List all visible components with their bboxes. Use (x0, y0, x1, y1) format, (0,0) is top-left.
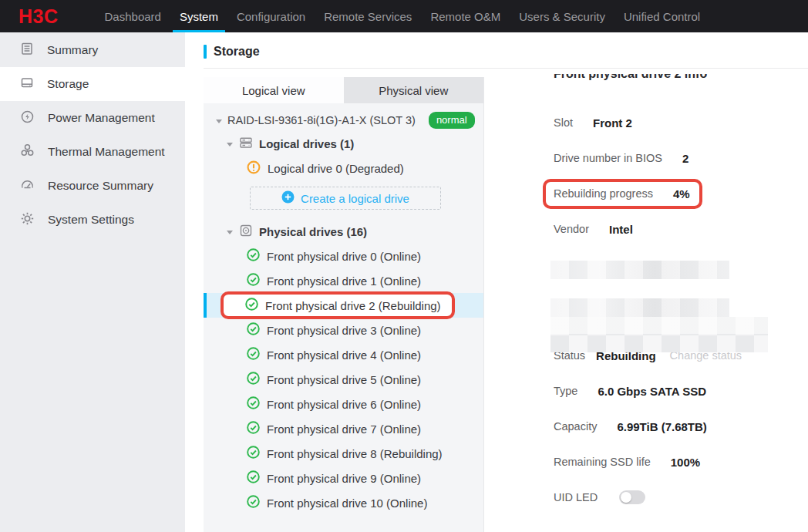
nav-item-system[interactable]: System (180, 0, 218, 32)
nav-item-unified-control[interactable]: Unified Control (624, 0, 700, 32)
raid-tree: RAID-LSI-9361-8i(1G)-A1-X (SLOT 3) norma… (204, 103, 483, 515)
tree-item-label: Front physical drive 5 (Online) (267, 373, 421, 386)
title-accent-bar (204, 45, 207, 59)
tree-item-physical-drive-1[interactable]: Front physical drive 1 (Online) (204, 268, 483, 293)
annotation-box-drive-2: Front physical drive 2 (Rebuilding) (221, 291, 455, 319)
warning-icon (247, 160, 261, 177)
tree-item-physical-drive-7[interactable]: Front physical drive 7 (Online) (204, 416, 483, 441)
detail-row-rebuilding-progress: Rebuilding progress 4% (554, 185, 808, 202)
detail-row-uid-led: UID LED (554, 489, 808, 506)
detail-label: Type (554, 385, 577, 397)
tree-item-label: Front physical drive 3 (Online) (267, 324, 421, 337)
storage-tree-panel: Logical view Physical view RAID-LSI-9361… (204, 77, 484, 532)
gauge-icon (20, 177, 35, 195)
detail-label: Drive number in BIOS (554, 152, 662, 164)
power-icon (20, 109, 35, 127)
tree-node-raid-controller[interactable]: RAID-LSI-9361-8i(1G)-A1-X (SLOT 3) norma… (204, 109, 483, 131)
sidebar-item-power-management[interactable]: Power Management (0, 101, 185, 135)
detail-value: 4% (673, 187, 690, 200)
detail-row-type: Type 6.0 Gbps SATA SSD (554, 382, 808, 399)
detail-label: Remaining SSD life (554, 456, 651, 468)
tree-item-physical-drive-3[interactable]: Front physical drive 3 (Online) (204, 318, 483, 342)
redacted-value (550, 298, 729, 317)
caret-down-icon[interactable] (227, 143, 233, 146)
storage-icon (20, 76, 34, 93)
sidebar-item-thermal-management[interactable]: Thermal Management (0, 135, 185, 169)
check-circle-icon (247, 273, 260, 288)
status-badge: normal (429, 112, 475, 129)
tree-group-label: Physical drives (16) (259, 225, 367, 238)
top-nav: H3C Dashboard System Configuration Remot… (0, 0, 808, 32)
physical-drives-icon (239, 224, 253, 240)
detail-value: Front 2 (593, 116, 632, 130)
redacted-value (550, 261, 729, 279)
check-circle-icon (247, 347, 260, 362)
sidebar-item-label: Storage (47, 77, 89, 91)
nav-item-dashboard[interactable]: Dashboard (105, 0, 161, 32)
tree-group-label: Logical drives (1) (259, 137, 354, 150)
sidebar-item-label: Power Management (48, 111, 155, 125)
nav-item-remote-om[interactable]: Remote O&M (430, 0, 500, 32)
sidebar-item-storage[interactable]: Storage (0, 67, 185, 101)
tree-item-physical-drive-0[interactable]: Front physical drive 0 (Online) (204, 244, 483, 268)
tree-item-physical-drive-10[interactable]: Front physical drive 10 (Online) (204, 490, 483, 515)
detail-label: Vendor (554, 223, 589, 235)
sidebar: Summary Storage Power Management (0, 32, 185, 532)
detail-row-slot: Slot Front 2 (554, 114, 808, 131)
nav-item-configuration[interactable]: Configuration (237, 0, 305, 32)
tree-item-logical-drive-0[interactable]: Logical drive 0 (Degraded) (204, 156, 483, 180)
nav-item-users-security[interactable]: Users & Security (519, 0, 605, 32)
fan-icon (20, 143, 35, 161)
tree-item-physical-drive-6[interactable]: Front physical drive 6 (Online) (204, 392, 483, 416)
tree-item-label: Front physical drive 4 (Online) (267, 348, 421, 362)
check-circle-icon (245, 298, 258, 313)
redacted-value (550, 317, 768, 352)
h3c-logo: H3C (19, 7, 59, 26)
detail-row-bios-number: Drive number in BIOS 2 (554, 150, 808, 167)
caret-down-icon[interactable] (227, 231, 233, 234)
gear-icon (20, 211, 35, 229)
check-circle-icon (247, 446, 260, 461)
main-content: Storage Logical view Physical view RAID-… (185, 32, 808, 532)
sidebar-item-label: Summary (47, 43, 98, 57)
detail-label: Slot (554, 116, 573, 129)
nav-item-remote-services[interactable]: Remote Services (324, 0, 412, 32)
sidebar-item-system-settings[interactable]: System Settings (0, 203, 185, 237)
details-title: Front physical drive 2 info (554, 74, 808, 82)
tree-item-label: Front physical drive 6 (Online) (267, 398, 421, 411)
sidebar-item-label: Thermal Management (48, 145, 165, 159)
tree-item-physical-drive-8[interactable]: Front physical drive 8 (Rebuilding) (204, 441, 483, 466)
tree-item-label: Front physical drive 8 (Rebuilding) (267, 447, 443, 460)
tree-group-logical-drives[interactable]: Logical drives (1) (204, 131, 483, 156)
sidebar-item-label: Resource Summary (48, 179, 153, 193)
check-circle-icon (247, 396, 260, 412)
plus-circle-icon (281, 190, 295, 206)
tree-item-label: Front physical drive 2 (Rebuilding) (265, 299, 441, 312)
create-logical-drive-button[interactable]: Create a logical drive (250, 187, 441, 210)
tree-item-physical-drive-9[interactable]: Front physical drive 9 (Online) (204, 466, 483, 490)
header-divider (204, 68, 808, 69)
hdm-app: H3C Dashboard System Configuration Remot… (0, 0, 808, 532)
tree-item-physical-drive-4[interactable]: Front physical drive 4 (Online) (204, 342, 483, 367)
sidebar-item-summary[interactable]: Summary (0, 33, 185, 67)
check-circle-icon (247, 248, 260, 264)
tab-logical-view[interactable]: Logical view (204, 77, 344, 103)
check-circle-icon (247, 495, 260, 510)
uid-led-toggle[interactable] (619, 490, 645, 504)
sidebar-item-label: System Settings (48, 213, 134, 227)
tree-group-physical-drives[interactable]: Physical drives (16) (204, 219, 483, 244)
drive-details-panel: Front physical drive 2 info Slot Front 2… (554, 74, 808, 506)
caret-down-icon[interactable] (216, 120, 222, 123)
tree-item-label: Front physical drive 10 (Online) (267, 497, 427, 510)
create-logical-drive-label: Create a logical drive (301, 192, 409, 205)
tree-item-physical-drive-5[interactable]: Front physical drive 5 (Online) (204, 367, 483, 392)
tree-item-physical-drive-2-selected[interactable]: Front physical drive 2 (Rebuilding) (204, 293, 483, 318)
detail-value: Intel (609, 223, 633, 236)
detail-label: Capacity (554, 420, 597, 433)
check-circle-icon (247, 470, 260, 486)
sidebar-item-resource-summary[interactable]: Resource Summary (0, 169, 185, 203)
tab-physical-view[interactable]: Physical view (344, 77, 484, 103)
detail-label: UID LED (554, 491, 598, 503)
tree-item-label: Front physical drive 0 (Online) (267, 250, 421, 263)
detail-value: 6.0 Gbps SATA SSD (598, 385, 706, 398)
